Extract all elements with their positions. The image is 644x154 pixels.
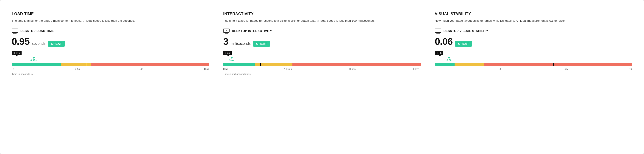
svg-point-14 xyxy=(438,30,438,31)
segment-red xyxy=(91,63,210,66)
metric-row: 0.95 seconds GREAT xyxy=(12,37,209,47)
marker-dot xyxy=(448,57,450,59)
scale-label: 0.25 xyxy=(563,68,568,70)
segment-red xyxy=(292,63,421,66)
progress-track xyxy=(12,63,209,66)
time-note: Time in seconds [s] xyxy=(12,73,209,76)
metric-unit: milliseconds xyxy=(231,42,251,46)
scale-label: 10s+ xyxy=(204,68,209,70)
marker: 0.06 xyxy=(446,57,451,62)
scale-label: 100ms xyxy=(284,68,292,70)
marker-area: 0.06 xyxy=(435,57,632,63)
panel-title: LOAD TIME xyxy=(12,12,209,16)
great-badge: GREAT xyxy=(455,41,472,47)
scale-labels: 0s2.5s4s10s+ xyxy=(12,68,209,70)
svg-point-4 xyxy=(15,30,15,31)
panel-desc: How much your page layout shifts or jump… xyxy=(435,18,632,23)
marker-dot xyxy=(231,57,232,59)
metric-row: 0.06 GREAT xyxy=(435,37,632,47)
monitor-icon xyxy=(12,29,18,34)
scale-label: 2.5s xyxy=(75,68,80,70)
scale-label: 0 xyxy=(435,68,436,70)
bar-container: 3ms 3ms xyxy=(223,51,420,70)
great-badge: GREAT xyxy=(253,41,270,47)
monitor-icon xyxy=(223,29,230,34)
scale-label: 0s xyxy=(12,68,14,70)
metric-value: 3 xyxy=(223,37,228,46)
panel-visual-stability: VISUAL STABILITY How much your page layo… xyxy=(428,7,639,147)
monitor-icon xyxy=(435,29,441,34)
bar-tooltip: 0.06 xyxy=(435,51,443,55)
scale-label: 0ms xyxy=(223,68,228,70)
main-container: LOAD TIME The time it takes for the page… xyxy=(0,0,644,154)
scale-label: 0.1 xyxy=(498,68,501,70)
marker-label: 0.06 xyxy=(446,59,451,62)
panel-desc: The time it takes for pages to respond t… xyxy=(223,18,420,23)
section-label: DESKTOP LOAD TIME xyxy=(20,29,54,33)
time-note: Time in milliseconds [ms] xyxy=(223,73,420,76)
bar-wrapper: 0.95s 0s2.5s4s10s+ xyxy=(12,57,209,70)
marker-area: 0.95s xyxy=(12,57,209,63)
segment-green xyxy=(435,63,454,66)
section-label: DESKTOP INTERACTIVITY xyxy=(232,29,272,33)
panel-interactivity: INTERACTIVITY The time it takes for page… xyxy=(216,7,428,147)
metric-value: 0.06 xyxy=(435,37,453,46)
marker-label: 0.95s xyxy=(30,59,37,62)
marker-dot xyxy=(33,57,35,59)
panel-desc: The time it takes for the page's main co… xyxy=(12,18,209,23)
segment-yellow xyxy=(454,63,484,66)
progress-track xyxy=(435,63,632,66)
scale-labels: 0ms100ms300ms600ms+ xyxy=(223,68,420,70)
scale-labels: 00.10.251+ xyxy=(435,68,632,70)
marker: 3ms xyxy=(229,57,234,62)
segment-green xyxy=(12,63,61,66)
section-label: DESKTOP VISUAL STABILITY xyxy=(444,29,488,33)
progress-track xyxy=(223,63,420,66)
scale-label: 600ms+ xyxy=(412,68,420,70)
bar-tooltip: 3ms xyxy=(223,51,232,55)
bar-container: 0.06 0.06 xyxy=(435,51,632,70)
scale-label: 1+ xyxy=(629,68,632,70)
bar-container: 0.95s 0.95s xyxy=(12,51,209,70)
bar-wrapper: 3ms 0ms100ms300ms600ms+ xyxy=(223,57,420,70)
metric-unit: seconds xyxy=(32,42,46,46)
bar-tooltip: 0.95s xyxy=(12,51,22,55)
indicator-line xyxy=(87,63,87,66)
segment-green xyxy=(223,63,255,66)
marker: 0.95s xyxy=(30,57,37,62)
metric-value: 0.95 xyxy=(12,37,30,46)
segment-yellow xyxy=(61,63,90,66)
section-header: DESKTOP INTERACTIVITY xyxy=(223,29,420,34)
indicator-line xyxy=(553,63,554,66)
panel-load-time: LOAD TIME The time it takes for the page… xyxy=(5,7,216,147)
panel-title: VISUAL STABILITY xyxy=(435,12,632,16)
scale-label: 4s xyxy=(140,68,143,70)
marker-area: 3ms xyxy=(223,57,420,63)
bar-wrapper: 0.06 00.10.251+ xyxy=(435,57,632,70)
scale-label: 300ms xyxy=(348,68,356,70)
panel-title: INTERACTIVITY xyxy=(223,12,420,16)
section-header: DESKTOP LOAD TIME xyxy=(12,29,209,34)
section-header: DESKTOP VISUAL STABILITY xyxy=(435,29,632,34)
metric-row: 3 milliseconds GREAT xyxy=(223,37,420,47)
segment-red xyxy=(484,63,632,66)
marker-label: 3ms xyxy=(229,59,234,62)
great-badge: GREAT xyxy=(48,41,65,47)
svg-point-9 xyxy=(226,30,226,31)
indicator-line xyxy=(260,63,261,66)
